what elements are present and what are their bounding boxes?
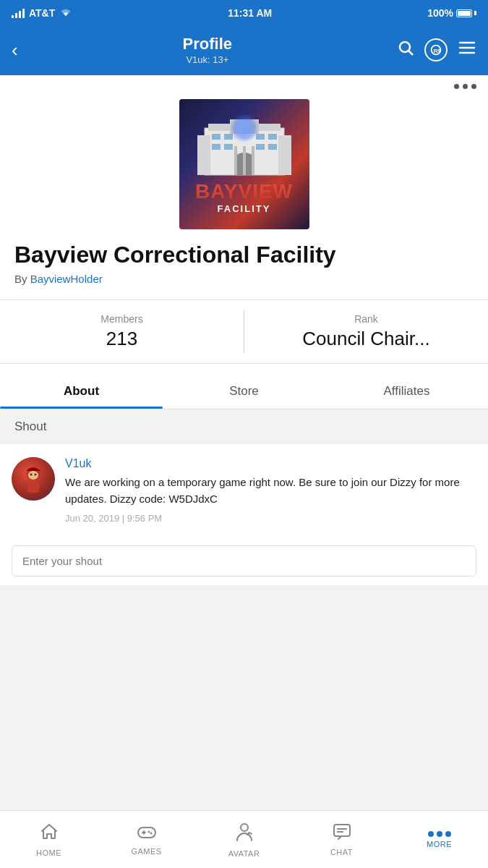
nav-avatar[interactable]: AVATAR xyxy=(195,811,293,868)
chat-label: CHAT xyxy=(330,848,353,856)
home-label: HOME xyxy=(36,848,61,857)
svg-rect-16 xyxy=(224,144,233,150)
status-bar: AT&T 11:31 AM 100% xyxy=(0,0,488,26)
home-icon xyxy=(40,822,59,846)
robux-icon[interactable]: R$ xyxy=(424,38,448,61)
page-subtitle: V1uk: 13+ xyxy=(183,54,232,65)
enter-shout-row xyxy=(0,537,488,585)
svg-point-33 xyxy=(150,832,152,834)
rank-value: Council Chair... xyxy=(244,328,488,350)
rank-label: Rank xyxy=(244,313,488,325)
svg-text:R$: R$ xyxy=(433,48,441,54)
signal-icon xyxy=(12,9,25,18)
avatar-graphic xyxy=(15,461,51,497)
bottom-nav: HOME GAMES AVATAR xyxy=(0,810,488,868)
nav-title-block: Profile V1uk: 13+ xyxy=(183,35,232,65)
svg-rect-35 xyxy=(334,825,350,836)
svg-rect-28 xyxy=(27,482,39,493)
battery-icon xyxy=(456,9,476,17)
nav-icons: R$ xyxy=(397,38,476,61)
facility-text: FACILITY xyxy=(195,203,293,214)
more-label: MORE xyxy=(427,840,452,848)
svg-rect-21 xyxy=(234,146,237,175)
group-image: BAYVIEW FACILITY xyxy=(179,99,309,229)
owner-link[interactable]: BayviewHolder xyxy=(30,273,103,285)
search-icon[interactable] xyxy=(397,39,414,61)
svg-rect-9 xyxy=(278,135,291,175)
back-button[interactable]: ‹ xyxy=(12,39,18,61)
wifi-icon xyxy=(59,8,72,18)
nav-chat[interactable]: CHAT xyxy=(293,811,390,868)
svg-rect-29 xyxy=(138,827,155,838)
shout-username[interactable]: V1uk xyxy=(65,457,476,470)
shout-text-block: V1uk We are working on a temporary game … xyxy=(65,457,476,524)
svg-rect-11 xyxy=(212,134,221,140)
main-content: BAYVIEW FACILITY Bayview Correctional Fa… xyxy=(0,75,488,585)
games-icon xyxy=(137,824,157,844)
tabs-row: About Store Affiliates xyxy=(0,371,488,409)
tab-store[interactable]: Store xyxy=(163,371,325,409)
svg-line-1 xyxy=(408,51,413,56)
nav-home[interactable]: HOME xyxy=(0,811,98,868)
nav-bar: ‹ Profile V1uk: 13+ R$ xyxy=(0,26,488,75)
avatar-label: AVATAR xyxy=(228,849,260,858)
carrier-label: AT&T xyxy=(29,7,55,19)
group-by: By BayviewHolder xyxy=(0,273,488,299)
members-count: 213 xyxy=(0,328,244,350)
nav-games[interactable]: GAMES xyxy=(98,811,195,868)
stats-row: Members 213 Rank Council Chair... xyxy=(0,299,488,364)
games-label: GAMES xyxy=(131,847,161,856)
menu-icon[interactable] xyxy=(458,38,476,61)
bayview-text: BAYVIEW xyxy=(195,182,293,202)
more-icon xyxy=(428,831,451,837)
svg-point-34 xyxy=(241,824,248,831)
options-button[interactable] xyxy=(454,84,476,89)
svg-point-27 xyxy=(35,474,37,476)
status-right: 100% xyxy=(427,7,476,19)
nav-more[interactable]: MORE xyxy=(390,811,488,868)
by-label: By xyxy=(14,273,27,285)
avatar[interactable] xyxy=(12,457,55,501)
svg-point-25 xyxy=(28,471,38,480)
shout-label: Shout xyxy=(14,420,46,433)
tab-about[interactable]: About xyxy=(0,371,163,409)
svg-point-26 xyxy=(30,474,33,476)
svg-rect-17 xyxy=(256,144,265,150)
options-row xyxy=(0,75,488,93)
group-image-container: BAYVIEW FACILITY xyxy=(0,93,488,241)
battery-percent: 100% xyxy=(427,7,453,19)
status-time: 11:31 AM xyxy=(228,7,272,19)
svg-rect-18 xyxy=(268,144,277,150)
svg-point-0 xyxy=(400,42,410,52)
svg-rect-8 xyxy=(197,135,210,175)
group-name: Bayview Correctional Facility xyxy=(0,241,488,273)
chat-icon xyxy=(333,823,351,845)
rank-stat: Rank Council Chair... xyxy=(244,310,488,353)
svg-point-32 xyxy=(147,830,150,833)
shout-date: Jun 20, 2019 | 9:56 PM xyxy=(65,513,476,524)
svg-rect-15 xyxy=(212,144,221,150)
shout-input[interactable] xyxy=(12,545,476,576)
page-title: Profile xyxy=(183,35,232,54)
shout-body: We are working on a temporary game right… xyxy=(65,475,476,507)
svg-rect-22 xyxy=(243,146,246,175)
shout-content: V1uk We are working on a temporary game … xyxy=(0,444,488,537)
svg-rect-23 xyxy=(252,146,254,175)
shout-header: Shout xyxy=(0,409,488,444)
avatar-icon xyxy=(235,822,254,846)
tab-affiliates[interactable]: Affiliates xyxy=(325,371,488,409)
svg-rect-14 xyxy=(268,134,277,140)
members-stat: Members 213 xyxy=(0,310,244,353)
members-label: Members xyxy=(0,313,244,325)
status-left: AT&T xyxy=(12,7,72,19)
